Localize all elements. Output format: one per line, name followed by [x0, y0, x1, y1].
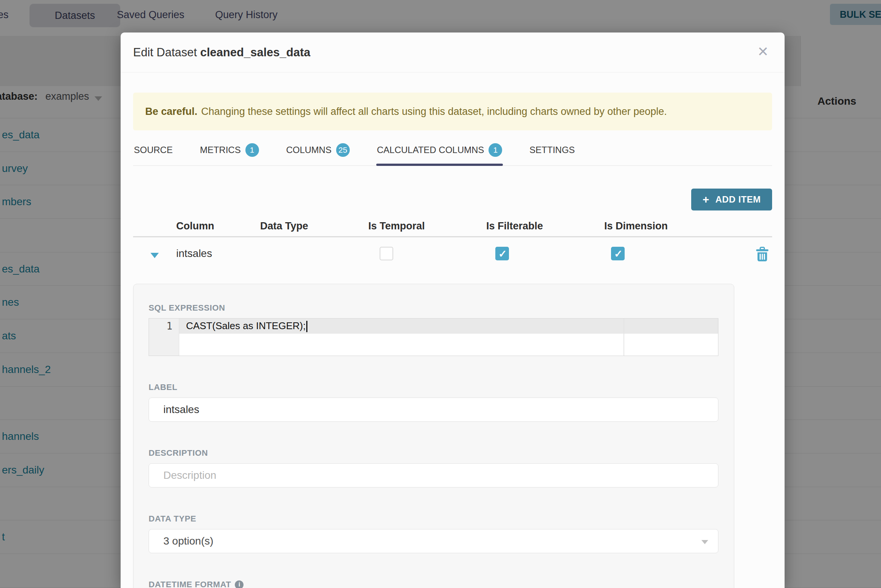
- tab-label: SETTINGS: [529, 145, 575, 155]
- header-column: Column: [176, 220, 214, 232]
- edit-dataset-modal: Edit Dataset cleaned_sales_data ✕ Be car…: [121, 32, 785, 588]
- tab-settings[interactable]: SETTINGS: [529, 143, 575, 165]
- calculated-columns-header-row: Column Data Type Is Temporal Is Filterab…: [133, 216, 772, 237]
- editor-line-number: 1: [149, 320, 172, 332]
- description-input[interactable]: [149, 463, 718, 487]
- data-type-select[interactable]: 3 option(s): [149, 529, 718, 553]
- datetime-format-field-label: DATETIME FORMAT i: [149, 580, 719, 588]
- tab-label: SOURCE: [134, 145, 173, 155]
- sql-expression-code[interactable]: CAST(Sales as INTEGER);: [186, 320, 307, 332]
- close-icon[interactable]: ✕: [755, 45, 771, 59]
- collapse-caret-icon[interactable]: [150, 253, 159, 258]
- text-cursor: [306, 321, 307, 332]
- trash-icon[interactable]: [755, 247, 769, 262]
- tab-label: CALCULATED COLUMNS: [377, 145, 484, 155]
- editor-print-margin: [624, 319, 624, 356]
- tab-metrics[interactable]: METRICS1: [199, 143, 260, 165]
- header-is-temporal: Is Temporal: [368, 220, 425, 232]
- modal-title-dataset-name: cleaned_sales_data: [200, 46, 310, 59]
- add-item-button[interactable]: + ADD ITEM: [691, 189, 772, 210]
- modal-body: Be careful. Changing these settings will…: [121, 93, 785, 588]
- table-row: intsales: [133, 238, 772, 274]
- tab-count-badge: 1: [245, 143, 259, 157]
- sql-expression-label: SQL EXPRESSION: [149, 303, 719, 313]
- tab-label: COLUMNS: [286, 145, 332, 155]
- header-is-filterable: Is Filterable: [486, 220, 543, 232]
- label-input[interactable]: [149, 398, 718, 422]
- screen: es Datasets Saved Queries Query History …: [0, 0, 881, 588]
- data-type-value: 3 option(s): [163, 535, 213, 547]
- label-field-label: LABEL: [149, 382, 719, 392]
- modal-title: Edit Dataset cleaned_sales_data: [133, 46, 310, 59]
- is-dimension-checkbox[interactable]: [611, 247, 625, 260]
- tab-count-badge: 25: [336, 143, 350, 157]
- warning-banner-text: Changing these settings will affect all …: [201, 106, 667, 118]
- is-temporal-checkbox[interactable]: [380, 247, 393, 260]
- sql-expression-editor[interactable]: 1 CAST(Sales as INTEGER);: [149, 318, 718, 356]
- info-icon[interactable]: i: [235, 580, 244, 588]
- column-name: intsales: [176, 248, 212, 260]
- add-item-label: ADD ITEM: [715, 194, 761, 205]
- chevron-down-icon: [701, 540, 708, 544]
- modal-title-prefix: Edit Dataset: [133, 46, 197, 59]
- data-type-field-label: DATA TYPE: [149, 514, 719, 524]
- modal-header: Edit Dataset cleaned_sales_data ✕: [121, 32, 785, 73]
- calculated-column-detail-card: SQL EXPRESSION 1 CAST(Sales as INTEGER);…: [133, 284, 734, 588]
- add-item-row: + ADD ITEM: [133, 189, 772, 210]
- tab-columns[interactable]: COLUMNS25: [285, 143, 351, 165]
- tab-label: METRICS: [200, 145, 241, 155]
- tab-calculated-columns[interactable]: CALCULATED COLUMNS1: [376, 143, 503, 165]
- header-data-type: Data Type: [260, 220, 308, 232]
- header-is-dimension: Is Dimension: [604, 220, 668, 232]
- tab-source[interactable]: SOURCE: [133, 143, 174, 165]
- calculated-columns-table: Column Data Type Is Temporal Is Filterab…: [133, 216, 772, 274]
- is-filterable-checkbox[interactable]: [495, 247, 509, 260]
- datetime-format-label-text: DATETIME FORMAT: [149, 580, 231, 588]
- description-field-label: DESCRIPTION: [149, 448, 719, 458]
- warning-banner-bold: Be careful.: [145, 106, 197, 118]
- modal-tabs: SOURCE METRICS1 COLUMNS25 CALCULATED COL…: [133, 143, 772, 166]
- plus-icon: +: [703, 194, 709, 205]
- tab-count-badge: 1: [489, 143, 502, 157]
- warning-banner: Be careful. Changing these settings will…: [133, 93, 772, 130]
